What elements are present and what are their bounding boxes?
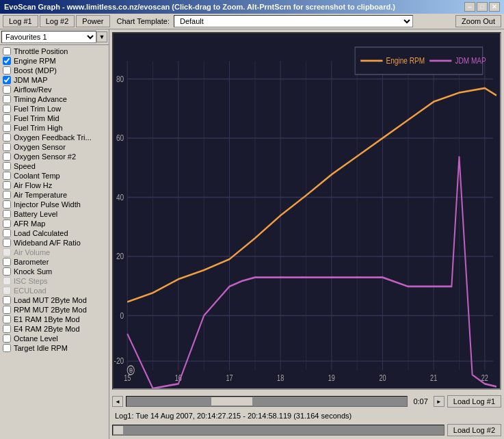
svg-text:Engine RPM: Engine RPM [386,55,425,66]
svg-text:60: 60 [116,133,124,144]
load-log2-button[interactable]: Load Log #2 [447,424,501,436]
sidebar-item-label: Timing Advance [14,95,67,103]
sidebar-item[interactable]: Throttle Position [0,46,109,56]
chart-template-label: Chart Template: [117,17,170,25]
sidebar-item-label: Fuel Trim Low [14,105,61,113]
sidebar-item-label: Target Idle RPM [14,344,68,352]
svg-rect-0 [114,34,500,388]
sidebar-item[interactable]: Air Flow Hz [0,181,109,190]
bottom-row: Load Log #2 [112,424,501,436]
menu-bar: Log #1 Log #2 Power Chart Template: Defa… [0,14,504,29]
sidebar-header: Favourites 1 ▼ [0,29,109,45]
sidebar-item[interactable]: Octane Level [0,334,109,343]
sidebar-item-label: Engine RPM [14,57,56,65]
sidebar-item[interactable]: Coolant Temp [0,171,109,181]
sidebar-item[interactable]: Fuel Trim Mid [0,114,109,123]
sidebar-item[interactable]: Engine RPM [0,56,109,66]
sidebar-item[interactable]: E1 RAM 1Byte Mod [0,315,109,324]
sidebar-item[interactable]: Oxygen Sensor [0,142,109,152]
sidebar-item[interactable]: Target Idle RPM [0,343,109,353]
sidebar-item[interactable]: Air Volume [0,248,109,257]
sidebar-item[interactable]: E4 RAM 2Byte Mod [0,324,109,334]
sidebar-item[interactable]: Barometer [0,257,109,267]
sidebar-item-label: Oxygen Sensor #2 [14,152,76,161]
sidebar-item[interactable]: Airflow/Rev [0,85,109,94]
sidebar-item[interactable]: Air Temperature [0,190,109,200]
right-panel: 80 60 40 20 0 -20 15 16 17 18 19 20 21 2… [109,29,504,439]
log-info: Log1: Tue 14 Aug 2007, 20:14:27.215 - 20… [112,410,501,421]
sidebar-item-label: JDM MAP [14,76,48,84]
chart-container[interactable]: 80 60 40 20 0 -20 15 16 17 18 19 20 21 2… [112,32,501,390]
sidebar-item-label: RPM MUT 2Byte Mod [14,306,87,314]
sidebar-item[interactable]: AFR Map [0,219,109,228]
minimize-button[interactable]: – [464,2,475,12]
close-button[interactable]: ✕ [489,2,500,12]
sidebar-item[interactable]: Speed [0,161,109,171]
svg-text:21: 21 [430,373,437,383]
svg-text:⊕: ⊕ [129,366,133,374]
sidebar-item[interactable]: JDM MAP [0,75,109,85]
sidebar-item-label: Knock Sum [14,267,52,276]
sidebar-item-label: Load MUT 2Byte Mod [14,296,87,304]
sidebar-dropdown[interactable]: Favourites 1 [1,31,96,43]
title-bar: EvoScan Graph - www.limitless.co.nz/evos… [0,0,504,14]
sidebar-item[interactable]: Injector Pulse Width [0,200,109,209]
sidebar-item[interactable]: Load MUT 2Byte Mod [0,295,109,305]
log1-button[interactable]: Log #1 [3,15,38,27]
maximize-button[interactable]: □ [477,2,488,12]
scrollbar-track[interactable] [126,396,408,407]
sidebar-item-label: Octane Level [14,334,58,343]
sidebar-item-label: ECULoad [14,287,47,295]
content-row: Favourites 1 ▼ Throttle PositionEngine R… [0,29,504,439]
sidebar-item-label: Fuel Trim High [14,124,63,132]
load-log1-button[interactable]: Load Log #1 [447,395,501,408]
sidebar-item-label: Air Flow Hz [14,181,52,189]
sidebar-item[interactable]: ISC Steps [0,276,109,286]
sidebar-item-label: E1 RAM 1Byte Mod [14,315,80,323]
svg-text:20: 20 [116,251,124,262]
window-title: EvoScan Graph - www.limitless.co.nz/evos… [4,3,395,11]
sidebar-item[interactable]: RPM MUT 2Byte Mod [0,305,109,315]
sidebar-item-label: E4 RAM 2Byte Mod [14,325,80,333]
sidebar-list: Throttle PositionEngine RPMBoost (MDP)JD… [0,45,109,439]
sidebar-item[interactable]: Fuel Trim Low [0,104,109,114]
power-button[interactable]: Power [76,15,109,27]
sidebar-item-label: Throttle Position [14,47,68,55]
sidebar-item[interactable]: Timing Advance [0,94,109,104]
scrollbar-area: ◄ 0:07 ► Load Log #1 [112,395,501,408]
scrollbar-thumb[interactable] [211,397,253,406]
log2-button[interactable]: Log #2 [40,15,75,27]
sidebar-item[interactable]: Load Calculated [0,228,109,238]
bottom-scrollbar[interactable] [112,425,445,436]
time-display: 0:07 [410,397,430,405]
sidebar-item-label: Speed [14,162,36,170]
svg-text:JDM MAP: JDM MAP [455,55,486,66]
sidebar-item-label: Air Volume [14,248,50,256]
svg-text:0: 0 [120,310,124,321]
bottom-scroll-thumb[interactable] [113,425,124,435]
sidebar-item-label: Fuel Trim Mid [14,114,59,122]
svg-text:18: 18 [277,373,284,383]
sidebar-item[interactable]: ECULoad [0,286,109,295]
sidebar-item-label: AFR Map [14,220,45,228]
zoom-out-button[interactable]: Zoom Out [455,15,501,27]
sidebar-item[interactable]: Oxygen Feedback Tri... [0,133,109,142]
chart-svg: 80 60 40 20 0 -20 15 16 17 18 19 20 21 2… [114,34,500,388]
scroll-right-button[interactable]: ► [434,396,445,407]
sidebar-item-label: Injector Pulse Width [14,200,81,209]
chart-template-select[interactable]: Default [174,15,413,27]
svg-text:80: 80 [116,73,124,84]
sidebar-item[interactable]: Knock Sum [0,267,109,276]
sidebar-item-label: Load Calculated [14,229,68,237]
sidebar-item-label: Oxygen Feedback Tri... [14,133,92,142]
sidebar-item[interactable]: Boost (MDP) [0,66,109,75]
sidebar-item[interactable]: Battery Level [0,209,109,219]
svg-text:-20: -20 [114,356,124,367]
app-window: EvoScan Graph - www.limitless.co.nz/evos… [0,0,504,439]
scroll-left-button[interactable]: ◄ [112,396,123,407]
sidebar-item[interactable]: Oxygen Sensor #2 [0,152,109,161]
sidebar-arrow[interactable]: ▼ [96,31,107,42]
sidebar-item[interactable]: Wideband A/F Ratio [0,238,109,248]
svg-text:20: 20 [379,373,386,383]
sidebar-item[interactable]: Fuel Trim High [0,123,109,133]
